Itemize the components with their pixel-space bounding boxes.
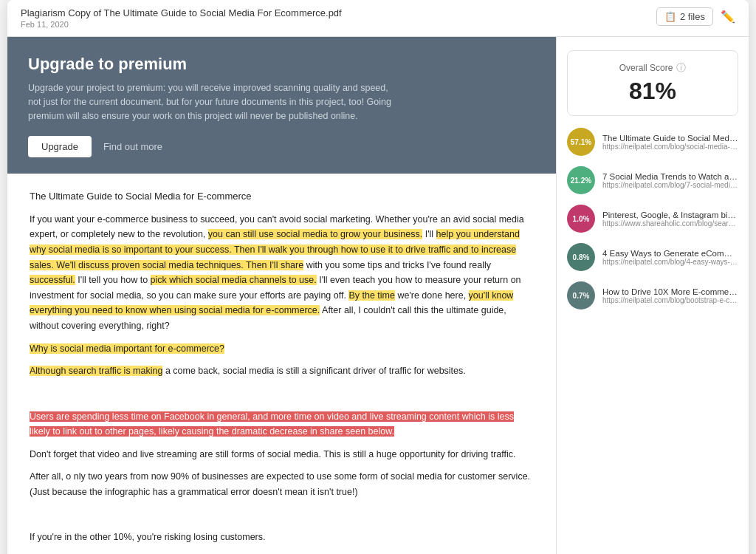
source-info-2: Pinterest, Google, & Instagram big win..… (602, 211, 738, 228)
banner-buttons: Upgrade Find out more (28, 136, 535, 157)
highlight-red-1: Users are spending less time on Facebook… (30, 411, 514, 437)
banner-body: Upgrade your project to premium: you wil… (28, 81, 397, 123)
source-url-1: https://neilpatel.com/blog/7-social-medi… (602, 181, 738, 189)
doc-para-8 (30, 507, 534, 523)
files-button[interactable]: 📋 2 files (656, 7, 713, 26)
banner-heading: Upgrade to premium (28, 55, 535, 74)
upgrade-button[interactable]: Upgrade (28, 136, 92, 157)
left-panel: Upgrade to premium Upgrade your project … (7, 37, 557, 554)
source-badge-4: 0.7% (567, 281, 595, 310)
highlight-4: pick which social media channels to use. (151, 275, 317, 285)
header: Plagiarism Copy of The Ultimate Guide to… (7, 0, 749, 37)
source-badge-3: 0.8% (567, 243, 595, 271)
source-list: 57.1% The Ultimate Guide to Social Media… (567, 128, 738, 310)
highlight-6: you'll know everything you need to know … (30, 290, 513, 316)
source-item-0[interactable]: 57.1% The Ultimate Guide to Social Media… (567, 128, 738, 156)
source-item-3[interactable]: 0.8% 4 Easy Ways to Generate eCommerce .… (567, 243, 738, 271)
source-info-4: How to Drive 10X More E-commerce S... ht… (602, 287, 738, 304)
app-window: Plagiarism Copy of The Ultimate Guide to… (7, 0, 749, 554)
doc-content: The Ultimate Guide to Social Media for E… (7, 174, 556, 554)
highlight-5: By the time (348, 290, 395, 301)
doc-para-6: Don't forget that video and live streami… (30, 447, 534, 462)
right-panel: Overall Score ⓘ 81% 57.1% The Ultimate G… (557, 37, 749, 554)
overall-score-label: Overall Score ⓘ (578, 61, 727, 75)
doc-para-9: If you're in the other 10%, you're riski… (30, 530, 534, 545)
source-item-2[interactable]: 1.0% Pinterest, Google, & Instagram big … (567, 205, 738, 233)
doc-para-1: If you want your e-commerce business to … (30, 212, 534, 334)
files-icon: 📋 (664, 11, 676, 22)
info-icon[interactable]: ⓘ (676, 61, 686, 75)
overall-score-value: 81% (578, 78, 727, 105)
highlight-1: you can still use social media to grow y… (208, 229, 422, 239)
source-url-0: https://neilpatel.com/blog/social-media-… (602, 143, 738, 151)
source-info-3: 4 Easy Ways to Generate eCommerce ... ht… (602, 249, 738, 266)
source-title-3: 4 Easy Ways to Generate eCommerce ... (602, 249, 738, 258)
source-title-2: Pinterest, Google, & Instagram big win..… (602, 211, 738, 219)
files-label: 2 files (680, 11, 705, 22)
source-info-1: 7 Social Media Trends to Watch and C... … (602, 172, 738, 189)
find-out-more-link[interactable]: Find out more (103, 141, 162, 152)
overall-score-card: Overall Score ⓘ 81% (567, 50, 738, 116)
source-info-0: The Ultimate Guide to Social Media Fo...… (602, 134, 738, 151)
doc-para-5: Users are spending less time on Facebook… (30, 409, 534, 440)
attach-icon[interactable]: ✏️ (721, 10, 735, 24)
source-badge-1: 21.2% (567, 166, 595, 194)
source-badge-2: 1.0% (567, 205, 595, 233)
main-content: Upgrade to premium Upgrade your project … (7, 37, 749, 554)
doc-para-2: Why is social media important for e-comm… (30, 341, 534, 357)
source-url-4: https://neilpatel.com/blog/bootstrap-e-c… (602, 296, 738, 304)
source-title-1: 7 Social Media Trends to Watch and C... (602, 172, 738, 181)
source-title-0: The Ultimate Guide to Social Media Fo... (602, 134, 738, 143)
doc-title: The Ultimate Guide to Social Media for E… (30, 188, 534, 204)
header-right: 📋 2 files ✏️ (656, 7, 735, 26)
highlight-8: Although search traffic is making (30, 366, 162, 376)
highlight-3: successful. (30, 275, 75, 285)
doc-para-4 (30, 386, 534, 402)
source-item-4[interactable]: 0.7% How to Drive 10X More E-commerce S.… (567, 281, 738, 310)
upgrade-banner: Upgrade to premium Upgrade your project … (7, 37, 556, 174)
source-item-1[interactable]: 21.2% 7 Social Media Trends to Watch and… (567, 166, 738, 194)
highlight-7: Why is social media important for e-comm… (30, 343, 224, 354)
source-url-2: https://www.shareaholic.com/blog/search-… (602, 219, 738, 228)
source-badge-0: 57.1% (567, 128, 595, 156)
doc-para-7: After all, o nly two years from now 90% … (30, 469, 534, 499)
document-title: Plagiarism Copy of The Ultimate Guide to… (21, 7, 342, 18)
source-title-4: How to Drive 10X More E-commerce S... (602, 287, 738, 296)
document-date: Feb 11, 2020 (21, 20, 342, 29)
doc-para-3: Although search traffic is making a come… (30, 363, 534, 379)
header-left: Plagiarism Copy of The Ultimate Guide to… (21, 7, 342, 29)
source-url-3: https://neilpatel.com/blog/4-easy-ways-t… (602, 258, 738, 266)
